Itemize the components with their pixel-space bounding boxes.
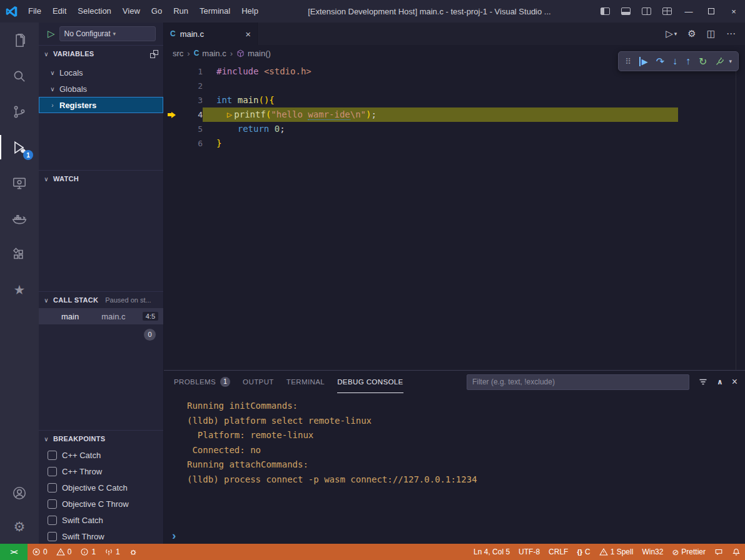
settings-gear-icon[interactable]: ⚙ bbox=[0, 510, 39, 544]
section-title: BREAKPOINTS bbox=[53, 435, 105, 442]
collapse-all-icon[interactable] bbox=[150, 50, 158, 58]
step-into-button[interactable]: ↓ bbox=[672, 56, 677, 67]
run-or-debug-button[interactable]: ▷▾ bbox=[666, 28, 677, 39]
cursor-position[interactable]: Ln 4, Col 5 bbox=[469, 544, 514, 560]
docker-whale-icon bbox=[11, 211, 28, 227]
customize-layout-icon[interactable] bbox=[662, 8, 672, 15]
menu-run[interactable]: Run bbox=[168, 0, 194, 22]
activity-remote-explorer-icon[interactable] bbox=[0, 165, 39, 201]
toggle-panel-icon[interactable] bbox=[621, 8, 631, 15]
stack-frame[interactable]: main main.c 4:5 bbox=[39, 308, 163, 324]
language-mode[interactable]: {}C bbox=[572, 544, 594, 560]
checkbox-unchecked[interactable] bbox=[48, 532, 57, 541]
step-over-button[interactable]: ↷ bbox=[656, 56, 664, 68]
breakpoint-gutter[interactable] bbox=[164, 79, 181, 93]
variables-item-locals[interactable]: ∨Locals bbox=[39, 64, 163, 81]
menu-view[interactable]: View bbox=[117, 0, 146, 22]
close-window-button[interactable]: × bbox=[722, 0, 745, 22]
breakpoint-gutter[interactable] bbox=[164, 93, 181, 108]
close-icon[interactable]: × bbox=[245, 29, 251, 39]
more-actions-icon[interactable]: ⋯ bbox=[726, 28, 736, 39]
menu-selection[interactable]: Selection bbox=[72, 0, 116, 22]
breakpoint-item[interactable]: C++ Throw bbox=[39, 463, 163, 479]
disconnect-button[interactable] bbox=[715, 56, 725, 66]
activity-run-debug-icon[interactable]: 1 bbox=[0, 129, 39, 165]
tab-main-c[interactable]: C main.c × bbox=[164, 22, 258, 45]
breakpoint-item[interactable]: Objective C Catch bbox=[39, 479, 163, 496]
breakpoint-item[interactable]: Swift Catch bbox=[39, 512, 163, 528]
menu-help[interactable]: Help bbox=[236, 0, 264, 22]
encoding-status[interactable]: UTF-8 bbox=[514, 544, 544, 560]
eol-status[interactable]: CRLF bbox=[544, 544, 572, 560]
drag-handle-icon[interactable]: ⠿ bbox=[625, 57, 631, 66]
spell-checker-status[interactable]: 1 Spell bbox=[595, 544, 638, 560]
accounts-icon[interactable] bbox=[0, 476, 39, 510]
activity-search-icon[interactable] bbox=[0, 58, 39, 94]
notifications-status[interactable] bbox=[727, 544, 745, 560]
menu-terminal[interactable]: Terminal bbox=[194, 0, 236, 22]
start-debug-icon[interactable]: ▷ bbox=[48, 28, 55, 39]
menu-edit[interactable]: Edit bbox=[47, 0, 72, 22]
variables-item-registers[interactable]: ›Registers bbox=[39, 97, 163, 113]
breakpoint-gutter[interactable] bbox=[164, 136, 181, 151]
code-editor[interactable]: 1#include <stdio.h>23int main(){4 ▷print… bbox=[164, 61, 745, 370]
continue-button[interactable]: ▶ bbox=[639, 57, 648, 66]
toggle-primary-sidebar-icon[interactable] bbox=[601, 8, 610, 15]
debug-status[interactable] bbox=[124, 544, 142, 560]
remote-indicator[interactable]: >< bbox=[0, 544, 28, 560]
chevron-down-icon[interactable]: ▾ bbox=[729, 58, 732, 64]
variables-item-globals[interactable]: ∨Globals bbox=[39, 81, 163, 97]
checkbox-unchecked[interactable] bbox=[48, 483, 57, 492]
debug-console-output[interactable]: Running initCommands:(lldb) platform sel… bbox=[164, 393, 745, 528]
panel-tab-output[interactable]: OUTPUT bbox=[243, 371, 274, 393]
step-out-button[interactable]: ↑ bbox=[686, 56, 691, 67]
panel-tab-problems[interactable]: PROBLEMS1 bbox=[174, 371, 230, 393]
checkbox-unchecked[interactable] bbox=[48, 516, 57, 525]
debug-config-dropdown[interactable]: No Configurat ▾ bbox=[59, 26, 156, 41]
checkbox-unchecked[interactable] bbox=[48, 451, 57, 460]
variables-section-header[interactable]: ∨ VARIABLES bbox=[39, 46, 163, 62]
console-input-row[interactable]: › bbox=[164, 528, 745, 544]
breakpoint-gutter[interactable] bbox=[164, 64, 181, 79]
breadcrumb-symbol[interactable]: main() bbox=[236, 49, 271, 58]
call-stack-section-header[interactable]: ∨ CALL STACK Paused on st... bbox=[39, 292, 163, 308]
menu-file[interactable]: File bbox=[23, 0, 47, 22]
minimize-button[interactable]: — bbox=[677, 0, 700, 22]
filter-input[interactable] bbox=[467, 374, 689, 390]
activity-extensions-icon[interactable] bbox=[0, 236, 39, 272]
panel-tab-terminal[interactable]: TERMINAL bbox=[286, 371, 325, 393]
menu-go[interactable]: Go bbox=[146, 0, 168, 22]
ports-status[interactable]: 1 bbox=[100, 544, 124, 560]
debug-config-row: ▷ No Configurat ▾ bbox=[39, 22, 163, 45]
platform-status[interactable]: Win32 bbox=[637, 544, 667, 560]
activity-explorer-icon[interactable] bbox=[0, 22, 39, 58]
bug-icon bbox=[129, 548, 138, 556]
maximize-panel-icon[interactable]: ∧ bbox=[717, 378, 723, 386]
breakpoint-gutter[interactable] bbox=[164, 122, 181, 136]
breakpoint-item[interactable]: Objective C Throw bbox=[39, 496, 163, 512]
breadcrumb-folder[interactable]: src bbox=[173, 49, 183, 58]
prettier-status[interactable]: ⊘Prettier bbox=[667, 544, 710, 560]
panel-tab-debug-console[interactable]: DEBUG CONSOLE bbox=[337, 371, 403, 393]
breakpoints-section-header[interactable]: ∨ BREAKPOINTS bbox=[39, 431, 163, 447]
gear-icon[interactable]: ⚙ bbox=[687, 28, 696, 39]
activity-favorites-icon[interactable]: ★ bbox=[0, 272, 39, 308]
problems-status[interactable]: 0 0 1 bbox=[28, 544, 100, 560]
feedback-status[interactable] bbox=[710, 544, 727, 560]
breadcrumb-file[interactable]: Cmain.c bbox=[194, 49, 226, 58]
restart-button[interactable]: ↻ bbox=[699, 56, 707, 68]
activity-source-control-icon[interactable] bbox=[0, 94, 39, 129]
activity-docker-icon[interactable] bbox=[0, 201, 39, 236]
breakpoint-gutter[interactable] bbox=[164, 108, 181, 122]
maximize-button[interactable] bbox=[700, 0, 722, 22]
filter-icon[interactable] bbox=[698, 377, 708, 387]
watch-section-header[interactable]: ∨ WATCH bbox=[39, 171, 163, 187]
breakpoint-item[interactable]: C++ Catch bbox=[39, 447, 163, 463]
split-editor-icon[interactable]: ◫ bbox=[707, 28, 716, 39]
breakpoints-section: ∨ BREAKPOINTS C++ CatchC++ ThrowObjectiv… bbox=[39, 430, 163, 544]
close-panel-icon[interactable]: × bbox=[732, 376, 737, 388]
checkbox-unchecked[interactable] bbox=[48, 499, 57, 509]
toggle-secondary-sidebar-icon[interactable] bbox=[642, 8, 651, 15]
checkbox-unchecked[interactable] bbox=[48, 467, 57, 476]
breakpoint-item[interactable]: Swift Throw bbox=[39, 528, 163, 544]
